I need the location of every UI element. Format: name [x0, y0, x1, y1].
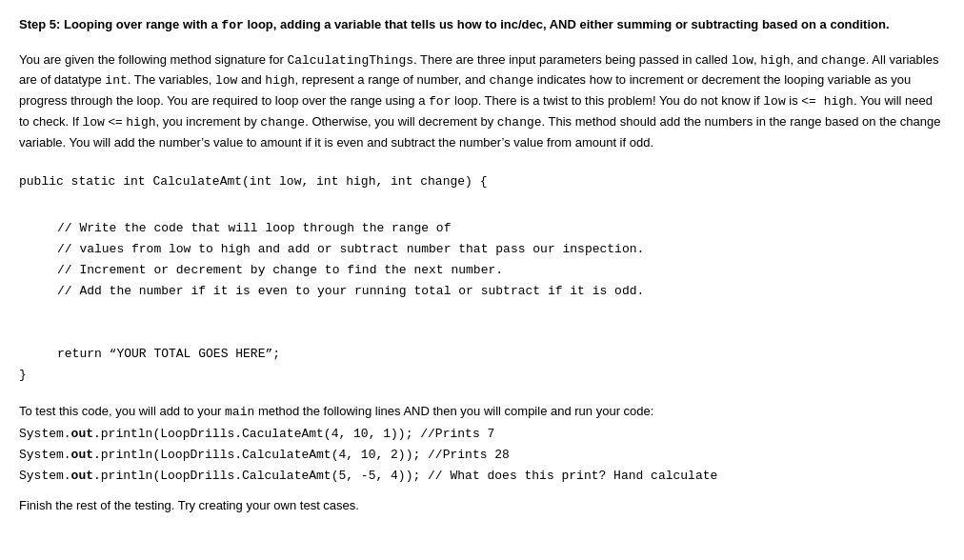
desc-code-low3: low: [763, 94, 785, 109]
desc-code-high1: high: [760, 53, 790, 68]
desc-code-for: for: [429, 94, 451, 109]
method-signature: public static int CalculateAmt(int low, …: [19, 171, 945, 192]
code-comment-3: // Increment or decrement by change to f…: [19, 260, 945, 281]
desc-code-low4: low: [82, 115, 104, 130]
code-comment-2: // values from low to high and add or su…: [19, 239, 945, 260]
desc-code-change3: change: [260, 115, 305, 130]
step-title-suffix: loop, adding a variable that tells us ho…: [244, 17, 890, 31]
desc-code-change4: change: [497, 115, 542, 130]
test-intro-code-main: main: [225, 405, 254, 419]
description-block: You are given the following method signa…: [19, 50, 945, 153]
test-keyword-out-3: out: [71, 469, 93, 483]
test-line-1: System.out.println(LoopDrills.CaculateAm…: [19, 424, 945, 445]
desc-code-low1: low: [732, 53, 753, 68]
desc-code-high2: high: [265, 73, 294, 88]
test-section: To test this code, you will add to your …: [19, 401, 945, 486]
step-title-code: for: [221, 18, 243, 32]
test-line-3: System.out.println(LoopDrills.CalculateA…: [19, 466, 945, 487]
desc-code-low2: low: [215, 73, 237, 88]
test-keyword-out-2: out: [71, 448, 93, 462]
page-container: Step 5: Looping over range with a for lo…: [19, 15, 945, 516]
desc-text-1: You are given the following method signa…: [19, 52, 941, 150]
test-keyword-out-1: out: [71, 427, 93, 441]
desc-code-change1: change: [821, 53, 866, 68]
desc-code-int: int: [105, 73, 127, 88]
code-block: public static int CalculateAmt(int low, …: [19, 171, 945, 386]
desc-code-lte-high: <= high: [801, 94, 854, 109]
desc-code-calculatingthings: CalculatingThings: [287, 53, 413, 68]
step-title: Step 5: Looping over range with a for lo…: [19, 15, 945, 35]
code-comment-4: // Add the number if it is even to your …: [19, 281, 945, 302]
test-line-2: System.out.println(LoopDrills.CalculateA…: [19, 445, 945, 466]
finish-text: Finish the rest of the testing. Try crea…: [19, 496, 945, 516]
test-intro-text: To test this code, you will add to your …: [19, 404, 653, 418]
return-statement: return “YOUR TOTAL GOES HERE”;: [19, 344, 945, 365]
desc-code-change2: change: [489, 73, 533, 88]
closing-brace: }: [19, 365, 945, 386]
step-title-prefix: Step 5: Looping over range with a: [19, 17, 221, 31]
desc-code-high3: high: [126, 115, 155, 130]
code-comment-1: // Write the code that will loop through…: [19, 218, 945, 239]
